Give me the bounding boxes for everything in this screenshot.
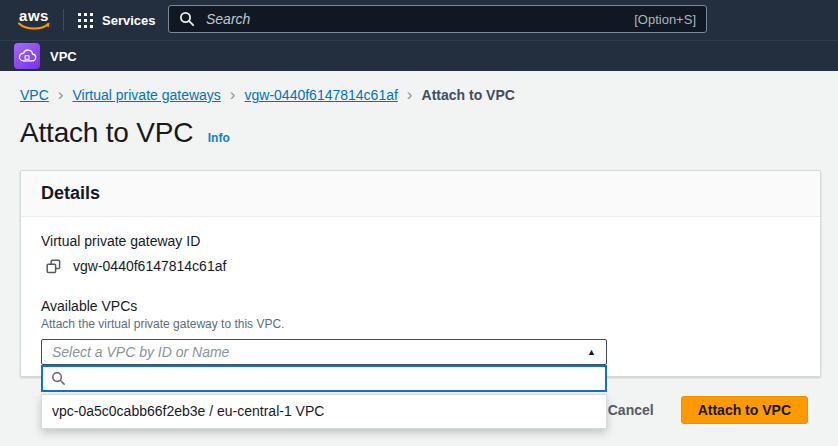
vpc-select-dropdown: vpc-0a5c0cabb66f2eb3e / eu-central-1 VPC [41,365,607,429]
services-button[interactable]: Services [78,13,156,28]
details-card: Details Virtual private gateway ID vgw-0… [20,170,821,377]
breadcrumb-current-page: Attach to VPC [422,87,515,103]
nav-divider [63,9,64,31]
details-card-header: Details [21,171,820,217]
vpc-select: Select a VPC by ID or Name ▲ vpc-0a5c0ca… [41,339,607,365]
services-grid-icon [78,13,93,28]
vpc-option[interactable]: vpc-0a5c0cabb66f2eb3e / eu-central-1 VPC [42,395,606,428]
search-shortcut-hint: [Option+S] [634,12,696,27]
breadcrumb-separator-icon: › [58,88,64,102]
form-actions: Cancel Attach to VPC [608,396,808,424]
filter-search-icon [51,371,66,386]
vpc-options-list: vpc-0a5c0cabb66f2eb3e / eu-central-1 VPC [41,394,607,429]
aws-logo-text: aws [19,10,49,22]
vpc-filter-box [41,365,607,392]
aws-logo[interactable]: aws [18,10,50,31]
available-vpcs-label: Available VPCs [41,298,800,314]
breadcrumb-separator-icon: › [407,88,413,102]
service-nav-bar: VPC [0,40,838,71]
services-label: Services [102,13,156,28]
available-vpcs-description: Attach the virtual private gateway to th… [41,317,800,331]
gateway-id-label: Virtual private gateway ID [41,233,800,249]
breadcrumb-link-vpc[interactable]: VPC [20,87,49,103]
attach-to-vpc-button[interactable]: Attach to VPC [681,396,808,424]
global-search-bar[interactable]: [Option+S] [168,5,707,33]
vpc-select-trigger[interactable]: Select a VPC by ID or Name ▲ [41,339,607,365]
search-icon [179,11,195,27]
app-title[interactable]: VPC [50,49,77,64]
gateway-id-row: vgw-0440f6147814c61af [41,258,800,275]
breadcrumb-separator-icon: › [230,88,236,102]
details-card-body: Virtual private gateway ID vgw-0440f6147… [21,217,820,365]
global-search-input[interactable] [204,10,625,28]
caret-up-icon: ▲ [587,348,596,357]
page-header: Attach to VPC Info [20,117,230,149]
info-link[interactable]: Info [208,131,230,145]
gateway-id-value: vgw-0440f6147814c61af [73,258,226,275]
details-heading: Details [41,183,100,204]
vpc-filter-input[interactable] [73,370,597,388]
breadcrumb-link-virtual-private-gateways[interactable]: Virtual private gateways [72,87,220,103]
aws-smile-icon [18,22,50,31]
cancel-button[interactable]: Cancel [608,402,654,418]
vpc-service-icon[interactable] [14,43,40,69]
page-title: Attach to VPC [20,117,193,148]
top-nav-bar: aws Services [Option+S] [0,0,838,40]
copy-icon[interactable] [46,259,61,274]
breadcrumb: VPC › Virtual private gateways › vgw-044… [20,87,515,103]
vpc-select-placeholder: Select a VPC by ID or Name [52,344,587,360]
breadcrumb-link-vgw-id[interactable]: vgw-0440f6147814c61af [245,87,398,103]
